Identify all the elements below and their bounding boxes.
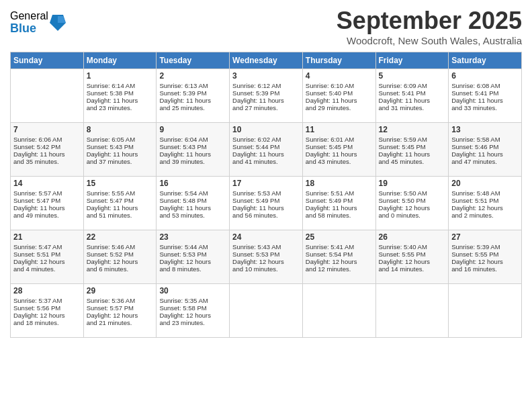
day-info: Sunrise: 5:55 AM xyxy=(87,189,154,197)
day-number: 25 xyxy=(306,232,373,242)
day-info: Sunrise: 5:43 AM xyxy=(232,243,300,250)
day-info: and 4 minutes. xyxy=(13,265,81,273)
day-info: Daylight: 12 hours xyxy=(232,258,300,265)
day-info: Sunrise: 5:39 AM xyxy=(451,243,519,250)
calendar-cell: 27Sunrise: 5:39 AMSunset: 5:55 PMDayligh… xyxy=(449,230,522,284)
header-thursday: Thursday xyxy=(302,52,375,69)
day-info: Sunset: 5:41 PM xyxy=(451,89,519,97)
day-info: Sunset: 5:39 PM xyxy=(159,89,226,97)
calendar-cell: 11Sunrise: 6:01 AMSunset: 5:45 PMDayligh… xyxy=(302,123,375,177)
day-number: 9 xyxy=(159,125,226,134)
day-info: Sunset: 5:53 PM xyxy=(159,250,226,258)
day-number: 15 xyxy=(87,179,154,188)
day-info: Sunset: 5:39 PM xyxy=(232,89,300,97)
day-info: Daylight: 11 hours xyxy=(87,204,154,212)
day-info: Sunrise: 6:12 AM xyxy=(232,82,300,89)
day-info: Sunrise: 5:35 AM xyxy=(159,297,226,304)
day-info: Sunset: 5:45 PM xyxy=(306,143,373,150)
day-info: Daylight: 11 hours xyxy=(232,97,300,104)
day-info: Sunset: 5:50 PM xyxy=(379,197,446,204)
calendar-cell: 8Sunrise: 6:05 AMSunset: 5:43 PMDaylight… xyxy=(83,123,157,177)
day-info: and 21 minutes. xyxy=(87,319,154,326)
day-info: and 43 minutes. xyxy=(306,158,373,165)
day-info: Daylight: 11 hours xyxy=(159,97,226,104)
day-info: Sunset: 5:48 PM xyxy=(159,197,226,204)
calendar-cell: 21Sunrise: 5:47 AMSunset: 5:51 PMDayligh… xyxy=(11,230,84,284)
calendar-subtitle: Woodcroft, New South Wales, Australia xyxy=(337,35,522,46)
day-info: and 29 minutes. xyxy=(306,104,373,111)
calendar-cell: 26Sunrise: 5:40 AMSunset: 5:55 PMDayligh… xyxy=(375,230,449,284)
day-info: Daylight: 11 hours xyxy=(87,150,154,158)
calendar-cell xyxy=(302,284,375,338)
calendar-cell: 7Sunrise: 6:06 AMSunset: 5:42 PMDaylight… xyxy=(11,123,84,177)
calendar-cell: 29Sunrise: 5:36 AMSunset: 5:57 PMDayligh… xyxy=(83,284,157,338)
day-number: 10 xyxy=(232,125,300,134)
day-info: Daylight: 11 hours xyxy=(306,204,373,212)
day-info: Sunset: 5:56 PM xyxy=(13,304,81,312)
header: General Blue September 2025 Woodcroft, N… xyxy=(10,7,522,46)
day-info: Sunrise: 5:44 AM xyxy=(159,243,226,250)
day-number: 11 xyxy=(306,125,373,134)
day-info: and 0 minutes. xyxy=(379,212,446,219)
day-number: 14 xyxy=(13,179,81,188)
calendar-week-0: 1Sunrise: 6:14 AMSunset: 5:38 PMDaylight… xyxy=(11,69,522,123)
day-info: Daylight: 11 hours xyxy=(13,150,81,158)
day-info: Sunrise: 5:41 AM xyxy=(306,243,373,250)
day-info: and 41 minutes. xyxy=(232,158,300,165)
day-number: 26 xyxy=(379,232,446,242)
day-number: 13 xyxy=(451,125,519,134)
day-info: and 27 minutes. xyxy=(232,104,300,111)
calendar-cell: 28Sunrise: 5:37 AMSunset: 5:56 PMDayligh… xyxy=(11,284,84,338)
day-info: and 6 minutes. xyxy=(87,265,154,273)
calendar-cell: 23Sunrise: 5:44 AMSunset: 5:53 PMDayligh… xyxy=(157,230,230,284)
calendar-cell: 1Sunrise: 6:14 AMSunset: 5:38 PMDaylight… xyxy=(83,69,157,123)
day-number: 24 xyxy=(232,232,300,242)
day-info: and 49 minutes. xyxy=(13,212,81,219)
day-info: Sunset: 5:53 PM xyxy=(232,250,300,258)
day-info: Daylight: 11 hours xyxy=(306,97,373,104)
day-info: and 37 minutes. xyxy=(87,158,154,165)
day-number: 6 xyxy=(451,71,519,81)
day-info: Daylight: 11 hours xyxy=(379,150,446,158)
day-info: and 58 minutes. xyxy=(306,212,373,219)
day-info: Daylight: 11 hours xyxy=(232,150,300,158)
calendar-cell: 24Sunrise: 5:43 AMSunset: 5:53 PMDayligh… xyxy=(230,230,303,284)
day-info: and 56 minutes. xyxy=(232,212,300,219)
header-saturday: Saturday xyxy=(449,52,522,69)
day-number: 20 xyxy=(451,179,519,188)
day-info: Daylight: 11 hours xyxy=(87,97,154,104)
calendar-cell xyxy=(449,284,522,338)
day-number: 27 xyxy=(451,232,519,242)
day-info: and 18 minutes. xyxy=(13,319,81,326)
day-info: Sunrise: 6:14 AM xyxy=(87,82,154,89)
day-info: Daylight: 12 hours xyxy=(379,258,446,265)
calendar-week-1: 7Sunrise: 6:06 AMSunset: 5:42 PMDaylight… xyxy=(11,123,522,177)
day-info: Sunset: 5:51 PM xyxy=(13,250,81,258)
day-info: Daylight: 12 hours xyxy=(87,258,154,265)
calendar-cell: 15Sunrise: 5:55 AMSunset: 5:47 PMDayligh… xyxy=(83,177,157,230)
calendar-cell: 4Sunrise: 6:10 AMSunset: 5:40 PMDaylight… xyxy=(302,69,375,123)
day-info: Sunset: 5:57 PM xyxy=(87,304,154,312)
day-info: Sunrise: 6:08 AM xyxy=(451,82,519,89)
day-info: Sunrise: 5:59 AM xyxy=(379,136,446,143)
page: General Blue September 2025 Woodcroft, N… xyxy=(0,0,532,411)
day-info: Daylight: 12 hours xyxy=(451,204,519,212)
calendar-title: September 2025 xyxy=(337,7,522,35)
day-info: Daylight: 11 hours xyxy=(306,150,373,158)
calendar-cell: 18Sunrise: 5:51 AMSunset: 5:49 PMDayligh… xyxy=(302,177,375,230)
day-info: Daylight: 11 hours xyxy=(159,204,226,212)
calendar-cell: 22Sunrise: 5:46 AMSunset: 5:52 PMDayligh… xyxy=(83,230,157,284)
day-info: Sunrise: 5:51 AM xyxy=(306,189,373,197)
calendar-cell: 13Sunrise: 5:58 AMSunset: 5:46 PMDayligh… xyxy=(449,123,522,177)
day-info: Sunrise: 5:47 AM xyxy=(13,243,81,250)
calendar-cell: 10Sunrise: 6:02 AMSunset: 5:44 PMDayligh… xyxy=(230,123,303,177)
day-info: Sunrise: 5:58 AM xyxy=(451,136,519,143)
header-tuesday: Tuesday xyxy=(157,52,230,69)
day-info: Sunrise: 6:06 AM xyxy=(13,136,81,143)
header-wednesday: Wednesday xyxy=(230,52,303,69)
logo-icon xyxy=(50,13,66,32)
calendar-cell: 9Sunrise: 6:04 AMSunset: 5:43 PMDaylight… xyxy=(157,123,230,177)
day-info: and 51 minutes. xyxy=(87,212,154,219)
day-info: Sunset: 5:38 PM xyxy=(87,89,154,97)
day-info: Sunrise: 5:50 AM xyxy=(379,189,446,197)
